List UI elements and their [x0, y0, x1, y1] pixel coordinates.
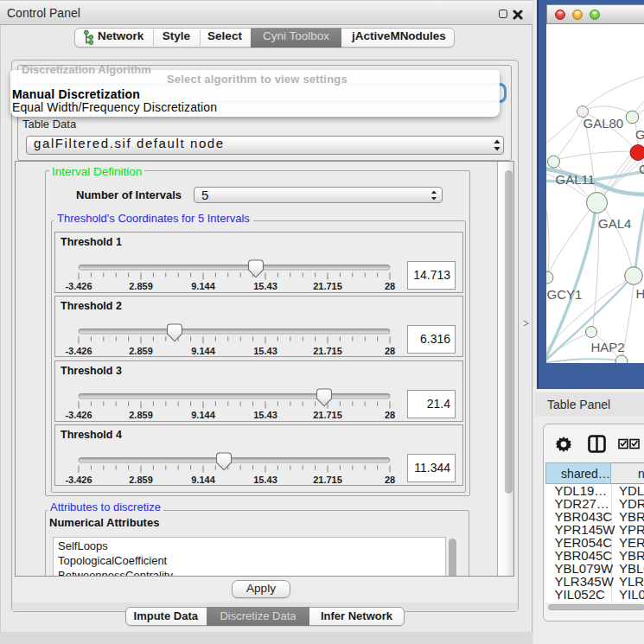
- svg-text:GCY1: GCY1: [547, 287, 583, 302]
- svg-text:CY: CY: [639, 162, 644, 176]
- svg-text:GAL80: GAL80: [583, 116, 624, 131]
- svg-text:GA: GA: [635, 127, 644, 142]
- svg-text:H: H: [636, 286, 644, 301]
- svg-text:GAL4: GAL4: [598, 216, 631, 231]
- svg-text:GAL11: GAL11: [556, 172, 596, 187]
- svg-text:HAP2: HAP2: [591, 340, 625, 354]
